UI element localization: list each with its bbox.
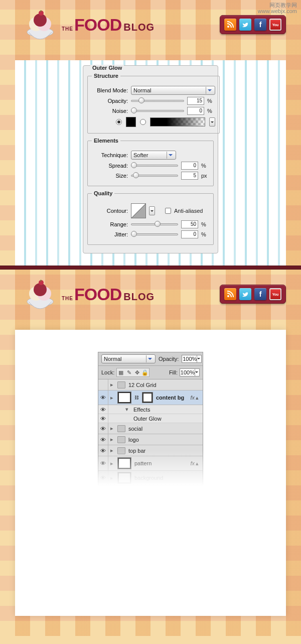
logo-text: THE FOOD BLOG (62, 285, 155, 304)
gradient-menu-button[interactable] (209, 117, 215, 126)
layer-opacity-input[interactable]: 100% (182, 355, 202, 363)
technique-select[interactable]: Softer (131, 151, 176, 160)
disclosure-triangle-icon[interactable]: ▸ (108, 425, 115, 432)
lock-transparency-icon[interactable]: ▦ (117, 369, 124, 376)
folder-icon (117, 436, 125, 443)
visibility-toggle[interactable]: 👁 (98, 445, 108, 456)
layer-effect-row[interactable]: 👁 Outer Glow (98, 414, 203, 423)
rss-icon[interactable] (224, 288, 236, 300)
visibility-toggle[interactable]: 👁 (98, 391, 108, 405)
site-logo: THE FOOD BLOG (23, 279, 155, 310)
disclosure-triangle-icon[interactable]: ▸ (108, 436, 115, 443)
fill-input[interactable]: 100% (180, 368, 200, 376)
anti-aliased-checkbox[interactable] (165, 208, 171, 214)
gradient-radio[interactable] (140, 119, 146, 125)
youtube-icon[interactable]: You (269, 19, 281, 31)
spread-input[interactable]: 0 (181, 162, 198, 170)
opacity-slider[interactable] (131, 97, 184, 104)
opacity-unit: % (207, 98, 215, 104)
layer-row[interactable]: 👁▸patternfx▴ (98, 456, 203, 471)
layer-row[interactable]: 👁▸social (98, 423, 203, 434)
layer-effect-row[interactable]: 👁 ▾ Effects (98, 405, 203, 414)
visibility-toggle[interactable]: 👁 (98, 414, 108, 423)
glow-color-swatch[interactable] (126, 117, 136, 127)
logo-blog: BLOG (123, 291, 155, 303)
size-input[interactable]: 5 (181, 172, 198, 180)
twitter-icon[interactable] (239, 19, 251, 31)
gradient-preview[interactable] (150, 117, 205, 126)
jitter-input[interactable]: 0 (181, 230, 198, 238)
svg-point-10 (34, 283, 47, 296)
striped-content-area: Outer Glow Structure Blend Mode: Normal … (15, 60, 286, 266)
twitter-icon[interactable] (239, 288, 251, 300)
disclosure-triangle-icon[interactable]: ▸ (108, 381, 115, 388)
folder-icon (117, 381, 125, 389)
layer-thumbnail (117, 457, 131, 469)
lock-all-icon[interactable]: 🔒 (141, 369, 148, 376)
layer-row[interactable]: 👁▸⛓content bgfx▴ (98, 391, 203, 405)
range-slider[interactable] (131, 221, 178, 228)
lock-pixels-icon[interactable]: ✎ (125, 369, 132, 376)
opacity-input[interactable]: 15 (187, 97, 204, 105)
fx-caret-icon[interactable]: ▴ (196, 395, 201, 401)
svg-point-13 (227, 295, 229, 297)
logo-text: THE FOOD BLOG (62, 15, 155, 35)
disclosure-triangle-icon[interactable]: ▸ (108, 447, 115, 454)
fx-badge: fx (190, 395, 195, 401)
youtube-icon[interactable]: You (269, 288, 281, 300)
rss-icon[interactable] (224, 19, 236, 31)
layers-panel: Normal Opacity: 100% Lock: ▦ ✎ ✥ 🔒 Fill:… (98, 352, 203, 486)
blend-mode-value: Normal (133, 87, 151, 93)
visibility-toggle[interactable]: 👁 (98, 434, 108, 445)
contour-menu-button[interactable] (149, 206, 155, 215)
visibility-toggle[interactable]: 👁 (98, 405, 108, 414)
structure-legend: Structure (92, 73, 120, 79)
layer-thumbnail (117, 472, 131, 484)
size-slider[interactable] (131, 172, 178, 179)
layer-row[interactable]: ▸12 Col Grid (98, 379, 203, 391)
structure-group: Structure Blend Mode: Normal Opacity: 15… (87, 73, 220, 134)
opacity-label: Opacity: (92, 98, 128, 104)
chevron-down-icon (197, 355, 200, 362)
facebook-icon[interactable]: f (254, 288, 266, 300)
layer-blend-select[interactable]: Normal (101, 354, 156, 363)
layer-name: top bar (127, 448, 203, 454)
logo-food: FOOD (74, 15, 121, 35)
chevron-down-icon (195, 369, 198, 376)
size-label: Size: (92, 173, 128, 179)
layer-row[interactable]: 👁▸logo (98, 434, 203, 445)
visibility-toggle[interactable]: 👁 (98, 471, 108, 485)
collapse-caret-icon[interactable]: ▾ (125, 406, 130, 413)
layer-row[interactable]: 👁▸background (98, 471, 203, 485)
noise-input[interactable]: 0 (187, 107, 204, 115)
layer-name: content bg (155, 395, 190, 401)
range-input[interactable]: 50 (181, 220, 198, 228)
mask-thumbnail (142, 392, 153, 403)
blend-mode-select[interactable]: Normal (131, 86, 215, 95)
visibility-toggle[interactable]: 👁 (98, 456, 108, 470)
lock-position-icon[interactable]: ✥ (133, 369, 140, 376)
color-radio[interactable] (116, 119, 122, 125)
layer-row[interactable]: 👁▸top bar (98, 445, 203, 456)
layer-name: social (127, 426, 203, 432)
noise-unit: % (207, 108, 215, 114)
lock-label: Lock: (101, 369, 114, 375)
disclosure-triangle-icon[interactable]: ▸ (108, 460, 115, 467)
disclosure-triangle-icon[interactable]: ▸ (108, 475, 115, 481)
visibility-toggle[interactable] (98, 379, 108, 390)
spread-slider[interactable] (131, 162, 178, 169)
logo-the: THE (62, 296, 73, 301)
noise-slider[interactable] (131, 107, 184, 114)
range-label: Range: (92, 221, 128, 227)
jitter-slider[interactable] (131, 231, 178, 238)
visibility-toggle[interactable]: 👁 (98, 423, 108, 434)
outer-glow-dialog: Outer Glow Structure Blend Mode: Normal … (83, 65, 218, 253)
folder-icon (117, 447, 125, 454)
contour-label: Contour: (92, 208, 128, 214)
disclosure-triangle-icon[interactable]: ▸ (108, 395, 115, 401)
fx-caret-icon[interactable]: ▴ (196, 460, 201, 467)
facebook-icon[interactable]: f (254, 19, 266, 31)
jitter-unit: % (201, 231, 209, 237)
contour-picker[interactable] (131, 203, 146, 218)
anti-aliased-label: Anti-aliased (174, 208, 203, 214)
